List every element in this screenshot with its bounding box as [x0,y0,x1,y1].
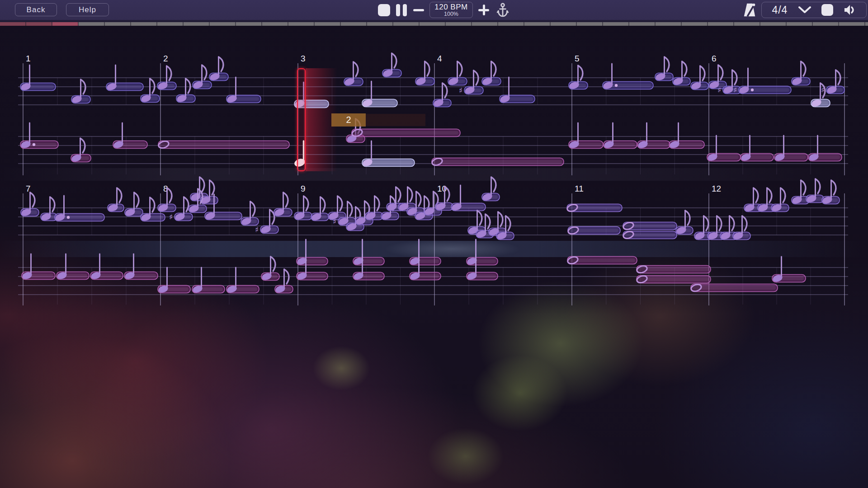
note-eighth[interactable] [328,196,346,221]
note-quarter[interactable] [20,123,58,149]
note-quarter[interactable] [54,196,104,222]
note-quarter[interactable] [772,257,806,283]
note-quarter[interactable] [568,123,603,149]
metronome-icon [742,2,757,18]
note-half[interactable] [636,265,711,274]
note-quarter[interactable] [113,123,147,149]
note-quarter[interactable] [106,65,143,91]
note-bar-inner [693,286,776,290]
note-half[interactable] [623,230,677,239]
playhead-cursor[interactable] [297,68,306,171]
note-half[interactable] [351,128,460,137]
note-quarter[interactable] [56,254,89,280]
note-eighth[interactable] [241,202,259,226]
note-quarter[interactable] [90,254,123,280]
measure-number: 11 [575,184,584,193]
note-half[interactable] [566,203,622,212]
beat-square-icon[interactable] [821,4,833,16]
note-eighth[interactable] [690,66,708,90]
note-eighth[interactable] [311,197,329,221]
time-signature-value[interactable]: 4/4 [772,4,788,16]
metronome-button[interactable] [742,2,757,18]
note-eighth[interactable]: ♯ [821,70,844,94]
note-quarter[interactable] [499,77,535,103]
note-quarter[interactable] [808,136,842,162]
note-eighth[interactable] [675,211,693,235]
note-quarter[interactable] [466,239,498,266]
note-quarter[interactable] [362,141,415,167]
note-eighth[interactable] [672,61,690,86]
eighth-flag [219,57,223,71]
note-quarter[interactable] [669,123,704,149]
note-half[interactable] [158,140,289,149]
note-quarter[interactable] [740,136,774,162]
note-quarter[interactable] [296,239,328,266]
note-eighth[interactable] [732,216,750,240]
note-eighth[interactable] [124,192,143,217]
note-eighth[interactable] [382,53,401,78]
note-eighth[interactable] [107,188,124,212]
note-eighth[interactable] [771,188,789,212]
help-button[interactable]: Help [66,3,109,16]
note-eighth[interactable] [157,66,176,90]
note-half[interactable] [567,226,620,235]
note-quarter[interactable] [124,254,158,280]
note-quarter[interactable] [226,267,259,294]
note-eighth[interactable] [481,177,500,202]
tempo-increase-button[interactable] [473,5,489,15]
chevron-down-icon[interactable] [798,6,811,14]
note-half[interactable] [431,157,564,166]
tempo-decrease-button[interactable] [407,9,424,11]
note-eighth[interactable] [821,180,840,205]
note-eighth[interactable] [655,57,673,81]
note-eighth[interactable] [415,61,434,86]
note-quarter[interactable] [409,239,441,266]
note-quarter[interactable] [603,123,637,149]
augmentation-dot [67,216,70,219]
note-eighth[interactable] [192,65,212,89]
note-eighth[interactable] [365,196,383,221]
note-eighth[interactable] [294,196,312,221]
bpm-display[interactable]: 120 BPM 100% [429,2,473,18]
stop-button[interactable] [378,4,390,16]
note-quarter[interactable] [21,254,55,280]
note-eighth[interactable] [71,80,90,104]
section-progress-bar[interactable] [0,22,868,26]
pause-button[interactable] [396,4,407,16]
eighth-flag [665,57,669,71]
note-eighth[interactable] [481,61,501,86]
note-quarter[interactable] [637,123,670,149]
note-quarter[interactable] [774,136,808,162]
note-quarter[interactable] [707,136,741,162]
note-eighth[interactable] [806,179,824,203]
anchor-button[interactable] [496,3,509,17]
note-eighth[interactable] [344,62,363,86]
playback-controls: 120 BPM 100% [378,0,509,20]
note-quarter[interactable] [451,185,486,211]
note-quarter[interactable] [362,81,397,108]
volume-icon[interactable] [844,4,856,16]
note-half[interactable] [690,283,778,292]
eighth-flag [416,192,421,206]
note-quarter[interactable]: ♯ [733,68,791,94]
note-quarter[interactable] [353,239,384,266]
note-quarter[interactable] [20,65,56,91]
note-eighth[interactable] [71,138,91,163]
note-eighth[interactable] [209,57,228,81]
note-quarter[interactable] [157,267,190,294]
note-half[interactable] [623,221,677,230]
note-quarter[interactable] [226,77,261,103]
note-eighth[interactable] [176,79,195,103]
note-eighth[interactable] [448,61,467,86]
note-half[interactable] [567,256,637,265]
note-eighth[interactable] [200,180,218,205]
note-quarter[interactable] [192,267,225,294]
note-eighth[interactable] [274,192,292,217]
note-eighth[interactable] [791,61,810,86]
note-quarter[interactable] [602,64,653,90]
back-button[interactable]: Back [15,3,57,16]
note-eighth[interactable] [140,79,160,103]
measure-number: 4 [437,54,442,63]
note-half[interactable] [636,275,711,284]
note-bar-inner [354,131,458,135]
